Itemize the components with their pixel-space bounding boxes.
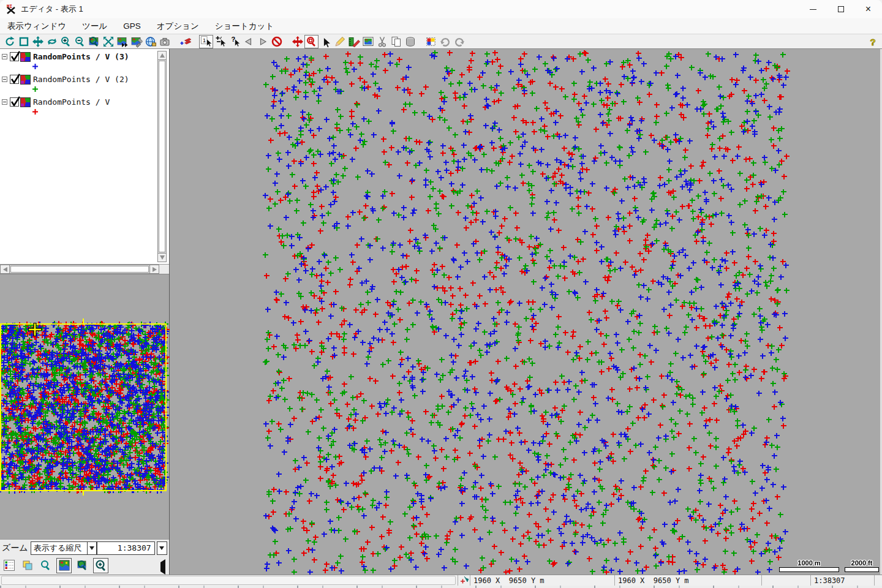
zoom-mode-value: 表示する縮尺: [34, 543, 82, 554]
triangle-down-icon: [160, 255, 165, 260]
zoom-scale-value: 1:38307: [118, 543, 151, 552]
window-title: エディタ - 表示 1: [21, 4, 83, 15]
layers-icon[interactable]: [20, 558, 35, 573]
layer-type-icon: [20, 75, 31, 85]
layer-row[interactable]: RandomPoints / V (2): [0, 74, 169, 85]
scroll-up-button[interactable]: [158, 51, 166, 60]
magnifier-icon[interactable]: [38, 558, 53, 573]
minimize-button[interactable]: [799, 0, 827, 18]
previous-element-icon[interactable]: [241, 35, 255, 48]
maximize-button[interactable]: [827, 0, 854, 18]
menu-display-window[interactable]: 表示ウィンドウ: [7, 21, 66, 32]
status-scale-readout: 1:38307: [810, 575, 874, 586]
help-icon[interactable]: ?: [865, 35, 880, 48]
layer-checkbox[interactable]: [10, 75, 19, 84]
plus-marker-icon: [32, 85, 39, 94]
scroll-right-button[interactable]: [149, 265, 159, 273]
map-icon[interactable]: [56, 558, 72, 573]
menu-shortcuts[interactable]: ショートカット: [215, 21, 274, 32]
scrollbar-corner: [159, 265, 169, 274]
zoom-full-icon[interactable]: [101, 35, 115, 48]
layer-marker-row: [0, 108, 169, 117]
redraw-icon[interactable]: [2, 35, 17, 48]
layer-checkbox[interactable]: [10, 97, 19, 107]
triangle-left-icon: [3, 267, 7, 272]
scroll-down-button[interactable]: [158, 253, 166, 262]
layer-tools-icon[interactable]: [129, 35, 143, 48]
tree-hscrollbar[interactable]: [0, 265, 159, 274]
panel-icon-row: [0, 556, 169, 575]
triangle-up-icon: [160, 53, 165, 58]
copy-icon[interactable]: [389, 35, 403, 48]
deselect-all-icon[interactable]: [270, 35, 284, 48]
hscroll-thumb[interactable]: [10, 266, 149, 273]
close-icon: ×: [865, 4, 871, 14]
layer-panel: RandomPoints / V (3)RandomPoints / V (2)…: [0, 49, 170, 575]
menu-gps[interactable]: GPS: [123, 21, 141, 31]
main-map-canvas[interactable]: [170, 49, 880, 575]
close-button[interactable]: ×: [854, 0, 882, 18]
plus-marker-icon: [32, 62, 39, 72]
style-icon[interactable]: [424, 35, 438, 48]
next-element-icon[interactable]: [255, 35, 270, 48]
layer-tree: RandomPoints / V (3)RandomPoints / V (2)…: [0, 49, 169, 264]
layer-row[interactable]: RandomPoints / V: [0, 96, 169, 108]
paste-icon[interactable]: [403, 35, 417, 48]
zoom-in-icon[interactable]: [59, 35, 73, 48]
legend-icon[interactable]: [1, 558, 17, 573]
zoom-mode-select[interactable]: 表示する縮尺: [31, 541, 97, 555]
map-view[interactable]: 1000 m 2000 ft: [170, 49, 882, 575]
undo-icon[interactable]: [438, 35, 452, 48]
collapse-box-icon[interactable]: [2, 99, 7, 105]
collapse-box-icon[interactable]: [2, 54, 7, 59]
cursor-position-icon: [458, 575, 470, 586]
menu-options[interactable]: オプション: [157, 21, 199, 32]
snapshot-icon[interactable]: [157, 35, 172, 48]
edit-tool-icon[interactable]: [333, 35, 347, 48]
pan-view-icon[interactable]: [31, 35, 45, 48]
collapse-panel-arrow[interactable]: [160, 562, 165, 571]
pointer-tool-icon[interactable]: [318, 35, 333, 48]
menu-tools[interactable]: ツール: [82, 21, 107, 32]
add-layer-icon[interactable]: [178, 35, 192, 48]
minimize-icon: [810, 9, 816, 10]
layer-label: RandomPoints / V (3): [33, 52, 129, 61]
layer-label: RandomPoints / V: [33, 97, 110, 107]
scalebar-imperial-bar: [845, 567, 879, 572]
layer-marker-row: [0, 85, 169, 94]
full-view-icon[interactable]: [17, 35, 31, 48]
status-empty-cell: [761, 575, 810, 586]
previous-view-icon[interactable]: [45, 35, 59, 48]
zoom-box-tool-icon[interactable]: [304, 35, 318, 48]
toggle-select-tool-icon[interactable]: [213, 35, 227, 48]
fit-layers-icon[interactable]: [115, 35, 129, 48]
collapse-box-icon[interactable]: [2, 77, 7, 82]
scalebar: 1000 m 2000 ft: [779, 559, 879, 572]
pan-tool-icon[interactable]: [290, 35, 304, 48]
zoom-out-icon[interactable]: [73, 35, 87, 48]
tree-vscrollbar[interactable]: [157, 51, 167, 262]
maximize-icon: [838, 6, 844, 12]
map-magnifier-icon[interactable]: [75, 558, 90, 573]
layer-type-icon: [20, 97, 31, 107]
plus-marker-icon: [32, 108, 39, 117]
scroll-left-button[interactable]: [1, 265, 10, 273]
raster-edit-icon[interactable]: [361, 35, 375, 48]
status-empty-cell-2: [874, 575, 882, 586]
layer-checkbox[interactable]: [10, 52, 19, 61]
zoom-region-icon[interactable]: [87, 35, 101, 48]
magnifier-plus-icon[interactable]: [93, 558, 108, 573]
svg-text:1: 1: [203, 37, 206, 43]
redo-icon[interactable]: [452, 35, 466, 48]
zoom-scale-field[interactable]: 1:38307: [97, 541, 155, 555]
select-tool-1-icon[interactable]: 1: [199, 35, 213, 48]
vscroll-thumb[interactable]: [159, 61, 165, 252]
georeference-icon[interactable]: [143, 35, 157, 48]
overview-map[interactable]: [0, 274, 170, 540]
query-select-tool-icon[interactable]: ?: [227, 35, 241, 48]
layer-row[interactable]: RandomPoints / V (3): [0, 51, 169, 62]
measure-tool-icon[interactable]: [347, 35, 361, 48]
zoom-scale-dropdown-button[interactable]: [157, 541, 167, 555]
chevron-down-icon[interactable]: [87, 542, 96, 554]
cut-icon[interactable]: [375, 35, 389, 48]
